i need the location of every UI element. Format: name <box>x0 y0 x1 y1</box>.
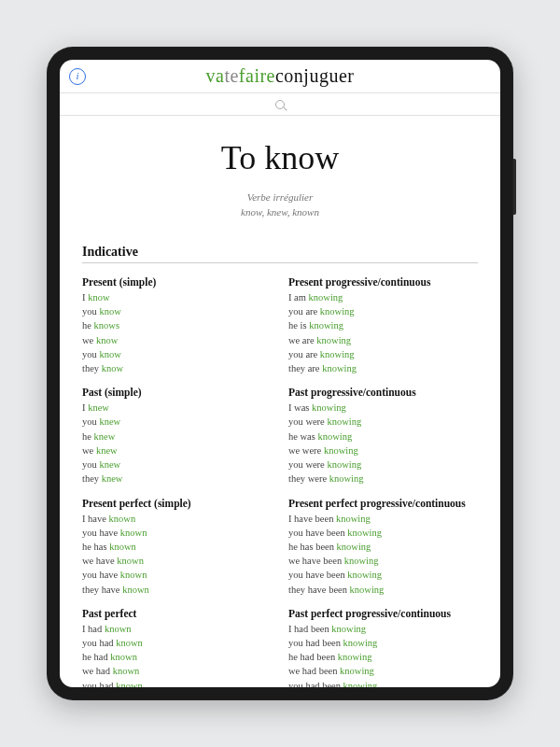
conjugation-line: you have been knowing <box>288 526 478 540</box>
conjugation-line: I knew <box>82 401 272 415</box>
conjugation-verb: knowing <box>309 320 343 331</box>
tense-block: Present perfect progressive/continuousI … <box>288 498 478 597</box>
conjugation-verb: knew <box>88 402 109 413</box>
brand-part-3: faire <box>239 65 275 86</box>
conjugation-prefix: we were <box>288 445 324 456</box>
conjugation-line: you have known <box>82 568 272 582</box>
conjugation-verb: known <box>120 528 147 538</box>
content-area: To know Verbe irrégulier know, knew, kno… <box>60 116 500 687</box>
conjugation-line: we have known <box>82 554 272 568</box>
conjugation-prefix: you had <box>82 638 116 648</box>
conjugation-prefix: we have <box>82 556 117 566</box>
tense-name: Present progressive/continuous <box>288 276 478 288</box>
conjugation-line: we have been knowing <box>288 554 478 568</box>
conjugation-verb: knowing <box>337 542 371 552</box>
conjugation-line: he has known <box>82 540 272 554</box>
conjugation-verb: known <box>105 624 132 634</box>
conjugation-prefix: they are <box>288 363 322 374</box>
conjugation-verb: knowing <box>343 681 378 687</box>
conjugation-line: I have been knowing <box>288 512 478 526</box>
conjugation-line: you knew <box>82 415 272 429</box>
conjugation-verb: knowing <box>324 445 358 456</box>
verb-meta-line-1: Verbe irrégulier <box>82 190 478 205</box>
brand-part-1: va <box>206 65 225 86</box>
conjugation-line: he was knowing <box>288 430 478 444</box>
conjugation-prefix: we had <box>82 666 113 676</box>
tense-name: Past progressive/continuous <box>288 387 478 398</box>
conjugation-prefix: I have been <box>288 514 336 524</box>
conjugation-line: you knew <box>82 458 272 472</box>
conjugation-verb: knew <box>94 431 116 442</box>
conjugation-prefix: they <box>82 363 102 374</box>
conjugation-line: we had been knowing <box>288 664 478 678</box>
conjugation-prefix: they were <box>288 473 329 484</box>
conjugation-verb: known <box>116 638 143 648</box>
tablet-frame: i vatefaireconjuguer To know Verbe irrég… <box>47 47 513 700</box>
conjugation-prefix: he had <box>82 652 110 662</box>
app-screen: i vatefaireconjuguer To know Verbe irrég… <box>60 60 500 687</box>
conjugation-prefix: we had been <box>288 666 340 676</box>
mood-heading: Indicative <box>82 245 478 263</box>
conjugation-prefix: we <box>82 335 96 345</box>
conjugation-line: you had known <box>82 679 272 687</box>
conjugation-verb: known <box>122 585 149 595</box>
conjugation-prefix: you had <box>82 681 116 687</box>
tense-name: Present (simple) <box>82 276 272 288</box>
conjugation-line: I had known <box>82 622 272 636</box>
conjugation-line: they are knowing <box>288 361 478 375</box>
top-bar: i vatefaireconjuguer <box>60 60 500 93</box>
tense-block: Past progressive/continuousI was knowing… <box>288 387 478 486</box>
conjugation-verb: knowing <box>309 292 343 303</box>
brand-part-2: te <box>224 65 238 86</box>
search-bar[interactable] <box>60 93 500 116</box>
conjugation-line: we were knowing <box>288 444 478 458</box>
conjugation-verb: known <box>110 652 137 662</box>
conjugation-verb: knowing <box>344 556 379 566</box>
conjugation-prefix: you had been <box>288 681 343 687</box>
conjugation-line: he had known <box>82 650 272 664</box>
conjugation-verb: knows <box>94 320 119 331</box>
conjugation-verb: knowing <box>347 570 382 580</box>
conjugation-line: you were knowing <box>288 458 478 472</box>
conjugation-line: I was knowing <box>288 401 478 415</box>
tense-block: Present progressive/continuousI am knowi… <box>288 276 478 375</box>
conjugation-verb: know <box>99 306 120 317</box>
conjugation-line: I know <box>82 290 272 304</box>
conjugation-prefix: I had <box>82 624 105 634</box>
conjugation-verb: knowing <box>343 638 378 648</box>
conjugation-verb: known <box>120 570 147 580</box>
conjugation-verb: knew <box>99 459 120 470</box>
conjugation-verb: knowing <box>336 514 371 524</box>
tense-block: Present (simple)I knowyou knowhe knowswe… <box>82 276 272 375</box>
conjugation-line: you had been knowing <box>288 679 478 687</box>
info-icon[interactable]: i <box>69 68 86 85</box>
tense-name: Present perfect progressive/continuous <box>288 498 478 509</box>
conjugation-verb: knowing <box>327 459 361 470</box>
conjugation-verb: known <box>116 681 143 687</box>
conjugation-line: you had known <box>82 636 272 650</box>
tense-block: Present perfect (simple)I have knownyou … <box>82 498 272 597</box>
conjugation-line: they knew <box>82 472 272 486</box>
conjugation-verb: knowing <box>331 624 366 634</box>
app-brand: vatefaireconjuguer <box>86 65 474 87</box>
tense-name: Present perfect (simple) <box>82 498 272 509</box>
conjugation-prefix: you <box>82 306 99 317</box>
conjugation-verb: knowing <box>316 335 351 345</box>
conjugation-line: they know <box>82 361 272 375</box>
conjugation-verb: knowing <box>338 652 372 662</box>
conjugation-prefix: you were <box>288 416 327 427</box>
conjugation-prefix: I have <box>82 514 109 524</box>
conjugation-line: we are knowing <box>288 333 478 347</box>
conjugation-verb: knew <box>102 473 123 484</box>
conjugation-verb: known <box>113 666 140 676</box>
conjugation-line: we had known <box>82 664 272 678</box>
conjugation-line: you are knowing <box>288 304 478 318</box>
conjugation-prefix: you were <box>288 459 327 470</box>
conjugation-verb: knowing <box>347 528 382 538</box>
conjugation-line: you have known <box>82 526 272 540</box>
conjugation-line: they have known <box>82 583 272 597</box>
conjugation-verb: knowing <box>312 402 346 413</box>
conjugation-verb: known <box>109 542 136 552</box>
verb-meta: Verbe irrégulier know, knew, known <box>82 190 478 220</box>
verb-meta-line-2: know, knew, known <box>82 205 478 220</box>
